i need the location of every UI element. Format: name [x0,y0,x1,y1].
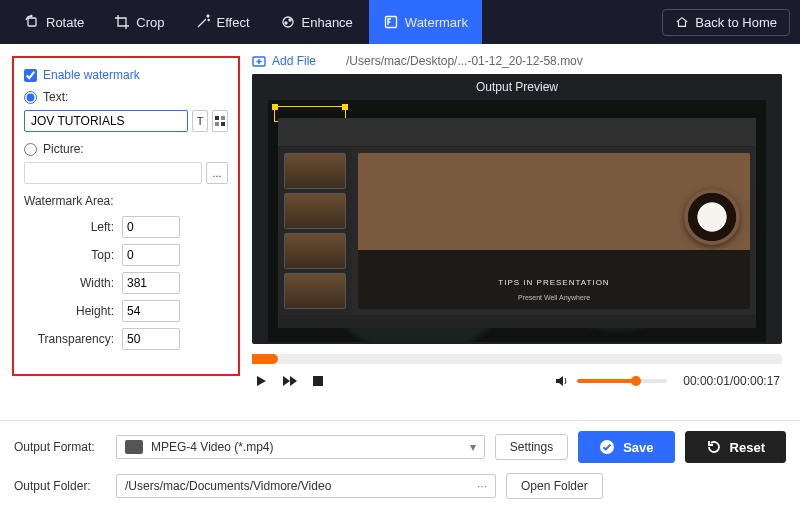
svg-rect-7 [215,122,219,126]
output-footer: Output Format: MPEG-4 Video (*.mp4) ▾ Se… [0,420,800,509]
preview-title: Output Preview [252,74,782,100]
chevron-down-icon: ▾ [470,440,476,454]
save-button[interactable]: Save [578,431,674,463]
color-picker-icon [214,115,226,127]
transparency-label: Transparency: [24,332,114,346]
output-format-value: MPEG-4 Video (*.mp4) [151,440,274,454]
slide-caption: TIPS IN PRESENTATION [498,278,609,287]
preview-pane: Add File /Users/mac/Desktop/...-01-12_20… [252,44,800,420]
tool-crop[interactable]: Crop [100,0,178,44]
output-format-label: Output Format: [14,440,106,454]
tool-watermark-label: Watermark [405,15,468,30]
ellipsis-icon: ··· [477,479,487,493]
output-folder-field[interactable]: /Users/mac/Documents/Vidmore/Video ··· [116,474,496,498]
volume-icon[interactable] [555,374,571,388]
tool-rotate[interactable]: Rotate [10,0,98,44]
svg-rect-10 [313,376,323,386]
enable-watermark-label: Enable watermark [43,68,140,82]
watermark-picture-radio[interactable] [24,143,37,156]
left-input[interactable] [122,216,180,238]
settings-button[interactable]: Settings [495,434,568,460]
back-home-button[interactable]: Back to Home [662,9,790,36]
tool-watermark[interactable]: Watermark [369,0,482,44]
home-icon [675,15,689,29]
stop-button[interactable] [312,375,324,387]
watermark-picture-input[interactable] [24,162,202,184]
svg-rect-6 [221,116,225,120]
top-label: Top: [24,248,114,262]
watermark-color-button[interactable] [212,110,228,132]
height-label: Height: [24,304,114,318]
watermark-sidebar: Enable watermark Text: T Picture: [0,44,252,420]
tool-effect-label: Effect [217,15,250,30]
tool-enhance-label: Enhance [302,15,353,30]
reset-icon [706,439,722,455]
watermark-picture-browse-button[interactable]: ... [206,162,228,184]
tool-crop-label: Crop [136,15,164,30]
add-file-button[interactable]: Add File [252,54,316,68]
svg-rect-0 [28,18,36,26]
check-circle-icon [599,439,615,455]
watermark-panel: Enable watermark Text: T Picture: [12,56,240,376]
crop-icon [114,14,130,30]
enhance-icon [280,14,296,30]
svg-rect-5 [215,116,219,120]
top-toolbar: Rotate Crop Effect Enhance Watermark Bac… [0,0,800,44]
tool-effect[interactable]: Effect [181,0,264,44]
watermark-text-input[interactable] [24,110,188,132]
video-preview: Output Preview TIPS IN PR [252,74,782,344]
top-input[interactable] [122,244,180,266]
play-button[interactable] [254,374,268,388]
slide-subcaption: Present Well Anywhere [518,294,590,301]
transparency-input[interactable] [122,328,180,350]
watermark-text-label: Text: [43,90,68,104]
svg-rect-8 [221,122,225,126]
reset-button[interactable]: Reset [685,431,786,463]
svg-point-1 [283,17,293,27]
time-display: 00:00:01/00:00:17 [683,374,780,388]
svg-rect-4 [385,17,396,28]
slide-thumb [284,153,346,189]
watermark-tool-icon [383,14,399,30]
watermark-font-button[interactable]: T [192,110,208,132]
width-label: Width: [24,276,114,290]
left-label: Left: [24,220,114,234]
back-home-label: Back to Home [695,15,777,30]
main-area: Enable watermark Text: T Picture: [0,44,800,420]
open-folder-button[interactable]: Open Folder [506,473,603,499]
tool-rotate-label: Rotate [46,15,84,30]
height-input[interactable] [122,300,180,322]
effect-icon [195,14,211,30]
volume-slider[interactable] [577,379,667,383]
add-file-icon [252,54,266,68]
embedded-presentation: TIPS IN PRESENTATION Present Well Anywhe… [278,118,756,328]
output-folder-label: Output Folder: [14,479,106,493]
enable-watermark-checkbox[interactable] [24,69,37,82]
forward-button[interactable] [282,374,298,388]
video-canvas[interactable]: TIPS IN PRESENTATION Present Well Anywhe… [268,100,766,342]
add-file-label: Add File [272,54,316,68]
tool-enhance[interactable]: Enhance [266,0,367,44]
timeline-slider[interactable] [252,354,782,364]
slide-thumb [284,193,346,229]
watermark-text-radio[interactable] [24,91,37,104]
output-folder-value: /Users/mac/Documents/Vidmore/Video [125,479,331,493]
preview-file-path: /Users/mac/Desktop/...-01-12_20-12-58.mo… [346,54,583,68]
slide-thumb [284,273,346,309]
rotate-icon [24,14,40,30]
width-input[interactable] [122,272,180,294]
format-icon [125,440,143,454]
output-format-select[interactable]: MPEG-4 Video (*.mp4) ▾ [116,435,485,459]
watermark-picture-label: Picture: [43,142,84,156]
svg-point-2 [289,19,291,21]
svg-point-3 [285,22,287,24]
watermark-area-label: Watermark Area: [24,194,228,208]
slide-thumb [284,233,346,269]
